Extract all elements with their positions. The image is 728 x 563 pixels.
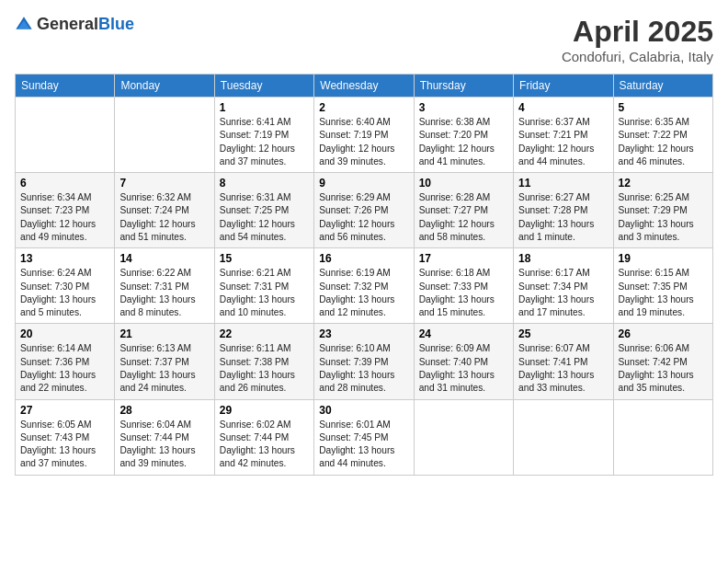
header-monday: Monday xyxy=(115,75,214,98)
table-row: 27Sunrise: 6:05 AM Sunset: 7:43 PM Dayli… xyxy=(16,399,115,475)
table-row: 10Sunrise: 6:28 AM Sunset: 7:27 PM Dayli… xyxy=(414,173,513,248)
table-row: 5Sunrise: 6:35 AM Sunset: 7:22 PM Daylig… xyxy=(613,98,712,173)
day-number: 29 xyxy=(220,404,309,417)
day-detail: Sunrise: 6:02 AM Sunset: 7:44 PM Dayligh… xyxy=(220,419,309,471)
day-detail: Sunrise: 6:41 AM Sunset: 7:19 PM Dayligh… xyxy=(220,116,309,168)
title-block: April 2025 Condofuri, Calabria, Italy xyxy=(562,15,713,64)
table-row: 14Sunrise: 6:22 AM Sunset: 7:31 PM Dayli… xyxy=(115,248,214,324)
header-tuesday: Tuesday xyxy=(214,75,313,98)
day-number: 12 xyxy=(619,177,708,190)
header-sunday: Sunday xyxy=(16,75,115,98)
table-row: 30Sunrise: 6:01 AM Sunset: 7:45 PM Dayli… xyxy=(314,399,414,475)
table-row xyxy=(16,98,115,173)
logo-general: General xyxy=(37,15,98,33)
day-detail: Sunrise: 6:17 AM Sunset: 7:34 PM Dayligh… xyxy=(518,267,608,319)
day-number: 26 xyxy=(619,327,708,340)
weekday-header-row: Sunday Monday Tuesday Wednesday Thursday… xyxy=(16,75,713,98)
day-number: 25 xyxy=(518,327,608,340)
table-row: 23Sunrise: 6:10 AM Sunset: 7:39 PM Dayli… xyxy=(314,324,414,399)
calendar: Sunday Monday Tuesday Wednesday Thursday… xyxy=(15,74,713,476)
day-number: 22 xyxy=(220,327,309,340)
calendar-week-row: 6Sunrise: 6:34 AM Sunset: 7:23 PM Daylig… xyxy=(16,173,713,248)
table-row: 8Sunrise: 6:31 AM Sunset: 7:25 PM Daylig… xyxy=(214,173,313,248)
logo-text: GeneralBlue xyxy=(37,15,134,34)
day-detail: Sunrise: 6:31 AM Sunset: 7:25 PM Dayligh… xyxy=(220,191,309,244)
day-detail: Sunrise: 6:14 AM Sunset: 7:36 PM Dayligh… xyxy=(20,342,109,395)
day-number: 8 xyxy=(220,177,309,190)
table-row xyxy=(115,98,214,173)
day-detail: Sunrise: 6:09 AM Sunset: 7:40 PM Dayligh… xyxy=(419,342,508,395)
day-number: 11 xyxy=(518,177,608,190)
day-detail: Sunrise: 6:01 AM Sunset: 7:45 PM Dayligh… xyxy=(319,419,408,471)
day-number: 5 xyxy=(619,101,708,114)
day-detail: Sunrise: 6:38 AM Sunset: 7:20 PM Dayligh… xyxy=(419,116,508,168)
day-number: 16 xyxy=(319,252,408,265)
table-row: 6Sunrise: 6:34 AM Sunset: 7:23 PM Daylig… xyxy=(16,173,115,248)
table-row: 2Sunrise: 6:40 AM Sunset: 7:19 PM Daylig… xyxy=(314,98,414,173)
logo-blue: Blue xyxy=(98,15,134,33)
table-row: 29Sunrise: 6:02 AM Sunset: 7:44 PM Dayli… xyxy=(214,399,313,475)
day-number: 27 xyxy=(20,404,109,417)
table-row: 13Sunrise: 6:24 AM Sunset: 7:30 PM Dayli… xyxy=(16,248,115,324)
table-row: 20Sunrise: 6:14 AM Sunset: 7:36 PM Dayli… xyxy=(16,324,115,399)
header-wednesday: Wednesday xyxy=(314,75,414,98)
header: GeneralBlue April 2025 Condofuri, Calabr… xyxy=(15,15,713,64)
day-number: 10 xyxy=(419,177,508,190)
day-detail: Sunrise: 6:37 AM Sunset: 7:21 PM Dayligh… xyxy=(518,116,608,168)
calendar-week-row: 20Sunrise: 6:14 AM Sunset: 7:36 PM Dayli… xyxy=(16,324,713,399)
month-title: April 2025 xyxy=(562,15,713,49)
day-detail: Sunrise: 6:32 AM Sunset: 7:24 PM Dayligh… xyxy=(119,191,209,244)
table-row xyxy=(514,399,613,475)
table-row: 11Sunrise: 6:27 AM Sunset: 7:28 PM Dayli… xyxy=(514,173,613,248)
day-number: 23 xyxy=(319,327,408,340)
day-number: 14 xyxy=(119,252,209,265)
day-detail: Sunrise: 6:34 AM Sunset: 7:23 PM Dayligh… xyxy=(20,191,109,244)
day-number: 1 xyxy=(220,101,309,114)
day-number: 6 xyxy=(20,177,109,190)
day-detail: Sunrise: 6:25 AM Sunset: 7:29 PM Dayligh… xyxy=(619,191,708,244)
calendar-week-row: 27Sunrise: 6:05 AM Sunset: 7:43 PM Dayli… xyxy=(16,399,713,475)
day-detail: Sunrise: 6:18 AM Sunset: 7:33 PM Dayligh… xyxy=(419,267,508,319)
table-row: 17Sunrise: 6:18 AM Sunset: 7:33 PM Dayli… xyxy=(414,248,513,324)
table-row xyxy=(613,399,712,475)
calendar-week-row: 1Sunrise: 6:41 AM Sunset: 7:19 PM Daylig… xyxy=(16,98,713,173)
table-row: 12Sunrise: 6:25 AM Sunset: 7:29 PM Dayli… xyxy=(613,173,712,248)
location: Condofuri, Calabria, Italy xyxy=(562,49,713,64)
day-number: 20 xyxy=(20,327,109,340)
day-detail: Sunrise: 6:40 AM Sunset: 7:19 PM Dayligh… xyxy=(319,116,408,168)
table-row: 24Sunrise: 6:09 AM Sunset: 7:40 PM Dayli… xyxy=(414,324,513,399)
day-number: 18 xyxy=(518,252,608,265)
day-number: 21 xyxy=(119,327,209,340)
table-row: 16Sunrise: 6:19 AM Sunset: 7:32 PM Dayli… xyxy=(314,248,414,324)
day-number: 24 xyxy=(419,327,508,340)
table-row: 25Sunrise: 6:07 AM Sunset: 7:41 PM Dayli… xyxy=(514,324,613,399)
header-thursday: Thursday xyxy=(414,75,513,98)
day-detail: Sunrise: 6:11 AM Sunset: 7:38 PM Dayligh… xyxy=(220,342,309,395)
logo: GeneralBlue xyxy=(15,15,134,34)
table-row: 28Sunrise: 6:04 AM Sunset: 7:44 PM Dayli… xyxy=(115,399,214,475)
day-detail: Sunrise: 6:35 AM Sunset: 7:22 PM Dayligh… xyxy=(619,116,708,168)
table-row: 22Sunrise: 6:11 AM Sunset: 7:38 PM Dayli… xyxy=(214,324,313,399)
day-number: 30 xyxy=(319,404,408,417)
day-detail: Sunrise: 6:04 AM Sunset: 7:44 PM Dayligh… xyxy=(119,419,209,471)
day-number: 19 xyxy=(619,252,708,265)
table-row: 15Sunrise: 6:21 AM Sunset: 7:31 PM Dayli… xyxy=(214,248,313,324)
table-row: 9Sunrise: 6:29 AM Sunset: 7:26 PM Daylig… xyxy=(314,173,414,248)
day-number: 17 xyxy=(419,252,508,265)
page: GeneralBlue April 2025 Condofuri, Calabr… xyxy=(0,0,728,563)
day-detail: Sunrise: 6:28 AM Sunset: 7:27 PM Dayligh… xyxy=(419,191,508,244)
day-number: 7 xyxy=(119,177,209,190)
day-number: 4 xyxy=(518,101,608,114)
day-detail: Sunrise: 6:27 AM Sunset: 7:28 PM Dayligh… xyxy=(518,191,608,244)
table-row: 1Sunrise: 6:41 AM Sunset: 7:19 PM Daylig… xyxy=(214,98,313,173)
day-detail: Sunrise: 6:05 AM Sunset: 7:43 PM Dayligh… xyxy=(20,419,109,471)
day-number: 2 xyxy=(319,101,408,114)
day-number: 15 xyxy=(220,252,309,265)
table-row: 3Sunrise: 6:38 AM Sunset: 7:20 PM Daylig… xyxy=(414,98,513,173)
day-detail: Sunrise: 6:21 AM Sunset: 7:31 PM Dayligh… xyxy=(220,267,309,319)
calendar-week-row: 13Sunrise: 6:24 AM Sunset: 7:30 PM Dayli… xyxy=(16,248,713,324)
header-saturday: Saturday xyxy=(613,75,712,98)
table-row xyxy=(414,399,513,475)
table-row: 26Sunrise: 6:06 AM Sunset: 7:42 PM Dayli… xyxy=(613,324,712,399)
day-detail: Sunrise: 6:24 AM Sunset: 7:30 PM Dayligh… xyxy=(20,267,109,319)
